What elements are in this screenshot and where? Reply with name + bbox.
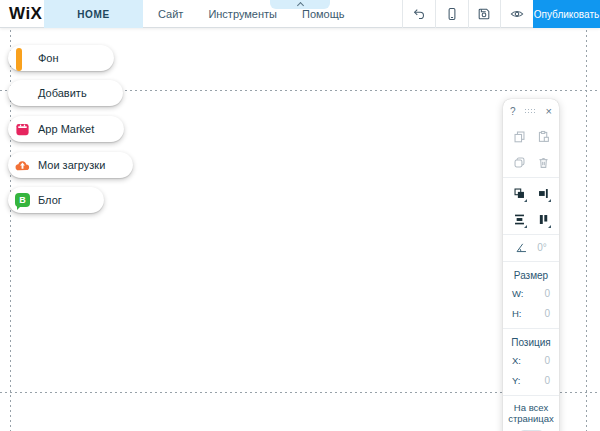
all-pages-section: На всех страницах	[503, 396, 559, 431]
editor-topbar: WiX HOME Сайт Инструменты Помощь	[0, 0, 600, 28]
uploads-icon	[15, 158, 30, 173]
mobile-view-button[interactable]	[435, 0, 468, 28]
arrange-icon	[513, 187, 526, 200]
blog-button[interactable]: B Блог	[8, 187, 104, 213]
preview-eye-icon	[510, 7, 524, 21]
height-value[interactable]: 0	[544, 308, 550, 319]
match-size-icon	[537, 213, 550, 226]
tab-home[interactable]: HOME	[44, 0, 143, 28]
arrange-tools	[503, 178, 559, 234]
add-icon	[15, 86, 30, 101]
delete-icon	[537, 156, 550, 169]
blog-icon: B	[15, 193, 30, 208]
add-button[interactable]: Добавить	[8, 80, 123, 106]
help-icon[interactable]: ?	[510, 106, 516, 117]
y-label: Y:	[512, 375, 520, 386]
delete-button[interactable]	[531, 149, 555, 175]
copy-icon	[513, 130, 526, 143]
close-icon[interactable]: ×	[546, 106, 552, 117]
height-row: H: 0	[503, 304, 559, 324]
height-label: H:	[512, 308, 522, 319]
background-icon	[15, 51, 30, 66]
y-row: Y: 0	[503, 371, 559, 391]
align-icon	[537, 187, 550, 200]
my-uploads-label: Мои загрузки	[38, 159, 105, 171]
x-row: X: 0	[503, 351, 559, 371]
background-label: Фон	[38, 52, 59, 64]
size-section: Размер W: 0 H: 0	[503, 262, 559, 328]
duplicate-icon	[513, 156, 526, 169]
position-section: Позиция X: 0 Y: 0	[503, 329, 559, 395]
arrange-button[interactable]	[507, 180, 531, 206]
width-row: W: 0	[503, 284, 559, 304]
dropdown-caret-icon	[524, 199, 527, 202]
menu-help[interactable]: Помощь	[302, 8, 345, 20]
y-value[interactable]: 0	[544, 375, 550, 386]
blog-label: Блог	[38, 194, 62, 206]
x-value[interactable]: 0	[544, 355, 550, 366]
copy-button[interactable]	[507, 123, 531, 149]
paste-button[interactable]	[531, 123, 555, 149]
preview-button[interactable]	[500, 0, 533, 28]
mobile-preview-icon	[445, 7, 459, 21]
collapse-topbar-tab[interactable]	[270, 0, 330, 9]
add-label: Добавить	[38, 87, 87, 99]
all-pages-label: На всех страницах	[506, 402, 556, 424]
my-uploads-button[interactable]: Мои загрузки	[8, 152, 133, 178]
distribute-button[interactable]	[507, 206, 531, 232]
save-icon	[477, 7, 491, 21]
rotation-row: 0°	[503, 235, 559, 260]
rotation-value[interactable]: 0°	[537, 242, 547, 253]
app-market-button[interactable]: App Market	[8, 116, 124, 142]
rotation-angle-icon[interactable]	[515, 241, 528, 254]
save-button[interactable]	[468, 0, 501, 28]
match-size-button[interactable]	[531, 206, 555, 232]
size-title: Размер	[503, 267, 559, 284]
width-value[interactable]: 0	[544, 288, 550, 299]
duplicate-button[interactable]	[507, 149, 531, 175]
width-label: W:	[512, 288, 523, 299]
distribute-icon	[513, 213, 526, 226]
position-title: Позиция	[503, 334, 559, 351]
editor-canvas[interactable]: Фон Добавить App Market Мои загрузки B Б…	[0, 28, 600, 431]
align-button[interactable]	[531, 180, 555, 206]
undo-button[interactable]	[402, 0, 435, 28]
background-button[interactable]: Фон	[8, 45, 114, 71]
undo-icon	[412, 7, 426, 21]
wix-logo: WiX	[9, 4, 42, 24]
page-guide-vertical-right	[586, 30, 587, 431]
x-label: X:	[512, 355, 521, 366]
dropdown-caret-icon	[524, 225, 527, 228]
chevron-up-icon	[296, 2, 303, 9]
dropdown-caret-icon	[548, 199, 551, 202]
app-market-label: App Market	[38, 123, 94, 135]
menu-site[interactable]: Сайт	[158, 8, 183, 20]
app-market-icon	[15, 122, 30, 137]
drag-handle-icon[interactable]	[525, 109, 537, 115]
publish-button[interactable]: Опубликовать	[533, 0, 600, 28]
toolbox-header: ? ×	[503, 99, 559, 121]
dropdown-caret-icon	[548, 225, 551, 228]
element-toolbox-panel: ? ×	[503, 99, 559, 431]
topbar-icon-group	[402, 0, 533, 28]
paste-icon	[537, 130, 550, 143]
menu-tools[interactable]: Инструменты	[208, 8, 277, 20]
clipboard-tools	[503, 121, 559, 177]
